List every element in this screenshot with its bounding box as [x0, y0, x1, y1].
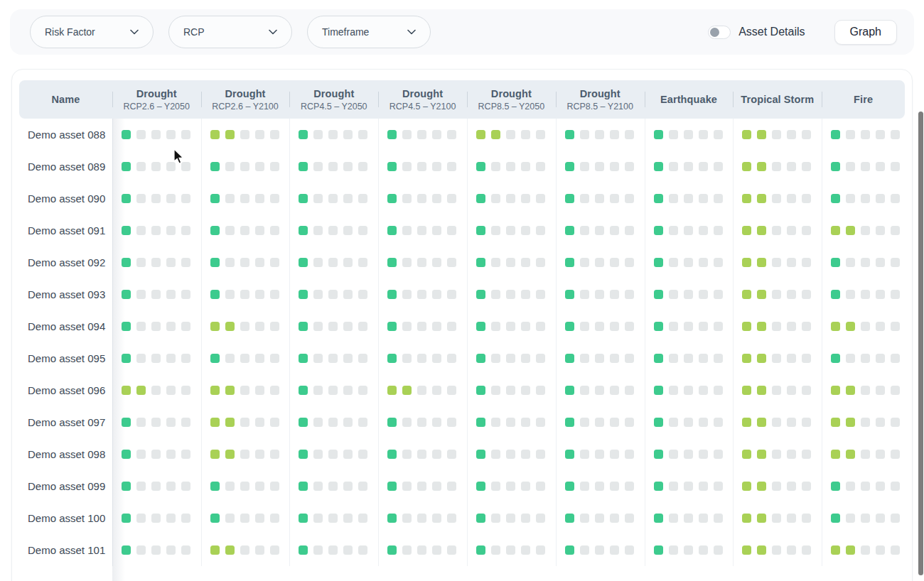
table-row[interactable]: Demo asset 091 [19, 215, 905, 246]
risk-level-cell [733, 374, 822, 406]
risk-square-empty [521, 226, 530, 235]
table-row[interactable]: Demo asset 092 [19, 246, 905, 278]
header-name: Name [19, 80, 112, 119]
risk-square-empty [417, 322, 426, 331]
header-subtitle: RCP4.5 – Y2100 [390, 102, 456, 112]
risk-square-empty [402, 130, 412, 139]
risk-square-filled-teal [565, 322, 574, 331]
risk-square-empty [714, 450, 723, 459]
risk-square-empty [432, 226, 441, 235]
risk-square-empty [402, 545, 412, 555]
risk-level-cell [201, 438, 290, 470]
table-row[interactable]: Demo asset 088 [19, 119, 905, 151]
risk-square-empty [136, 226, 146, 235]
risk-square-filled-teal [387, 226, 397, 235]
table-row[interactable]: Demo asset 089 [19, 151, 905, 183]
risk-square-empty [521, 386, 530, 395]
risk-square-filled-teal [210, 226, 220, 235]
risk-square-empty [417, 514, 426, 523]
risk-square-empty [151, 354, 161, 363]
risk-square-empty [432, 194, 441, 203]
risk-level-cell [467, 278, 556, 310]
risk-square-empty [846, 290, 855, 299]
risk-square-filled-lime [831, 545, 840, 555]
header-subtitle: RCP2.6 – Y2050 [123, 102, 190, 112]
risk-square-filled-lime [742, 130, 751, 139]
asset-name: Demo asset 098 [19, 438, 112, 470]
risk-level-cell [645, 342, 734, 374]
risk-square-filled-teal [387, 290, 397, 299]
risk-level-cell [467, 310, 556, 342]
table-row[interactable]: Demo asset 093 [19, 278, 905, 310]
table-row[interactable]: Demo asset 100 [19, 502, 905, 534]
risk-square-empty [491, 258, 500, 267]
risk-square-empty [684, 130, 693, 139]
risk-square-empty [328, 194, 338, 203]
risk-square-empty [432, 514, 441, 523]
risk-square-empty [536, 226, 545, 235]
risk-square-empty [506, 322, 515, 331]
risk-square-filled-teal [476, 386, 485, 395]
risk-square-filled-lime [846, 418, 855, 427]
risk-square-filled-teal [654, 545, 663, 555]
risk-square-empty [669, 130, 678, 139]
table-row[interactable]: Demo asset 099 [19, 470, 905, 502]
risk-square-empty [255, 258, 264, 267]
table-row[interactable]: Demo asset 096 [19, 374, 905, 406]
header-subtitle: RCP2.6 – Y2100 [212, 102, 279, 112]
table-row[interactable]: Demo asset 090 [19, 183, 905, 215]
risk-square-empty [313, 322, 323, 331]
risk-level-cell [289, 246, 378, 278]
risk-square-empty [270, 322, 279, 331]
risk-square-empty [166, 482, 176, 491]
risk-factor-dropdown[interactable]: Risk Factor [30, 16, 154, 48]
risk-square-empty [358, 514, 367, 523]
table-row[interactable]: Demo asset 094 [19, 310, 905, 342]
risk-square-empty [432, 354, 441, 363]
risk-square-empty [313, 162, 323, 171]
risk-square-empty [846, 194, 855, 203]
risk-square-empty [240, 226, 249, 235]
table-body: Demo asset 088Demo asset 089Demo asset 0… [19, 119, 905, 566]
graph-button[interactable]: Graph [834, 20, 897, 45]
risk-square-empty [595, 514, 604, 523]
risk-level-cell [556, 502, 645, 534]
risk-square-filled-teal [476, 418, 485, 427]
risk-level-cell [378, 502, 467, 534]
table-row[interactable]: Demo asset 097 [19, 406, 905, 438]
vertical-scrollbar-thumb[interactable] [918, 112, 923, 575]
risk-square-empty [343, 482, 353, 491]
table-row[interactable]: Demo asset 101 [19, 534, 905, 566]
risk-square-empty [417, 130, 426, 139]
asset-name: Demo asset 095 [19, 342, 112, 374]
table-row[interactable]: Demo asset 095 [19, 342, 905, 374]
risk-level-cell [378, 246, 467, 278]
risk-level-cell [645, 151, 734, 183]
risk-square-empty [358, 386, 367, 395]
risk-level-cell [201, 215, 290, 246]
risk-square-filled-lime [831, 418, 840, 427]
asset-details-toggle[interactable] [708, 26, 731, 39]
risk-square-empty [876, 482, 885, 491]
risk-square-empty [876, 514, 885, 523]
risk-square-filled-teal [831, 162, 840, 171]
risk-square-empty [772, 450, 781, 459]
risk-square-empty [270, 418, 279, 427]
risk-square-empty [580, 545, 589, 555]
table-row[interactable]: Demo asset 098 [19, 438, 905, 470]
risk-square-filled-lime [210, 130, 220, 139]
risk-square-empty [610, 545, 619, 555]
risk-square-empty [846, 130, 855, 139]
risk-square-empty [521, 290, 530, 299]
risk-level-cell [201, 183, 290, 215]
asset-name: Demo asset 090 [19, 183, 112, 215]
risk-square-filled-teal [387, 354, 397, 363]
risk-square-empty [802, 386, 811, 395]
risk-square-empty [714, 418, 723, 427]
timeframe-dropdown[interactable]: Timeframe [307, 16, 431, 48]
risk-square-empty [181, 290, 190, 299]
risk-level-cell [822, 374, 905, 406]
risk-square-filled-teal [565, 162, 574, 171]
rcp-dropdown[interactable]: RCP [168, 16, 292, 48]
risk-square-empty [506, 226, 515, 235]
